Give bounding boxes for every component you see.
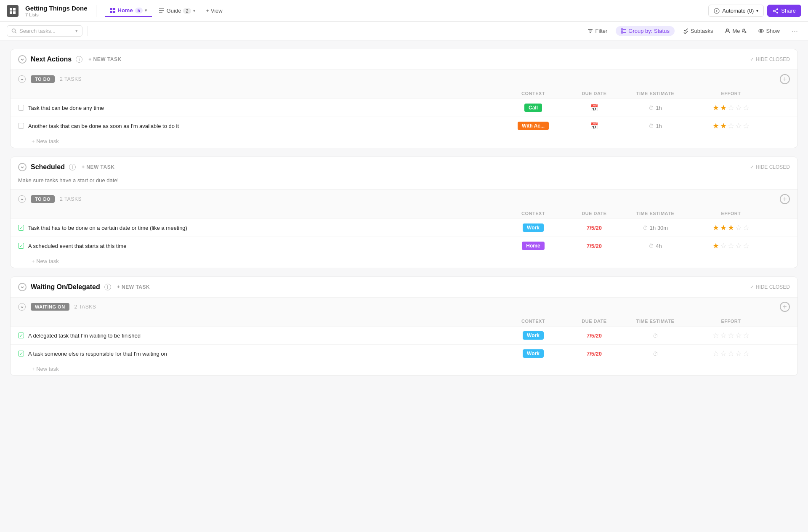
add-column-button[interactable]: + — [780, 74, 790, 84]
context-tag[interactable]: Work — [523, 349, 544, 358]
search-box[interactable]: Search tasks... ▾ — [7, 25, 82, 37]
section-new-task-button[interactable]: + NEW TASK — [88, 56, 121, 62]
section-title: Next Actions — [31, 56, 72, 63]
task-checkbox[interactable]: ✓ — [18, 225, 24, 231]
section-info-icon[interactable]: i — [76, 56, 82, 63]
new-task-row[interactable]: + New task — [11, 255, 797, 268]
task-name: Task that can be done any time — [28, 105, 104, 111]
time-estimate: ⏱ 4h — [622, 243, 689, 249]
stars: ☆☆☆☆☆ — [689, 331, 773, 340]
task-checkbox[interactable]: ✓ — [18, 332, 24, 338]
hide-closed-button[interactable]: ✓ HIDE CLOSED — [750, 56, 790, 62]
context-cell: Work — [500, 331, 567, 340]
svg-point-17 — [12, 29, 16, 32]
svg-rect-5 — [113, 8, 115, 10]
svg-rect-10 — [159, 12, 162, 13]
section-waiting: Waiting On/Delegated i + NEW TASK ✓ HIDE… — [10, 277, 798, 376]
nav-divider — [96, 5, 96, 17]
context-tag[interactable]: Work — [523, 223, 544, 232]
stars: ★★☆☆☆ — [689, 103, 773, 112]
svg-rect-0 — [10, 8, 12, 11]
context-tag[interactable]: With Ac... — [518, 122, 549, 130]
task-name: A delegated task that I'm waiting to be … — [28, 332, 141, 339]
task-checkbox[interactable]: ✓ — [18, 243, 24, 249]
group-toggle[interactable] — [18, 303, 26, 311]
task-checkbox[interactable] — [18, 105, 24, 111]
section-toggle[interactable] — [18, 163, 27, 171]
group-count: 2 TASKS — [74, 304, 96, 310]
context-cell: Work — [500, 349, 567, 358]
group-by-button[interactable]: Group by: Status — [616, 26, 675, 36]
task-row: Another task that can be done as soon as… — [11, 117, 797, 135]
context-cell: Home — [500, 242, 567, 250]
svg-rect-3 — [13, 11, 16, 14]
svg-point-14 — [776, 12, 778, 13]
task-row: Task that can be done any time Call 📅 ⏱ … — [11, 98, 797, 117]
group-toggle[interactable] — [18, 75, 26, 83]
task-name-cell: Task that can be done any time — [18, 105, 500, 111]
svg-point-13 — [773, 10, 775, 12]
section-info-icon[interactable]: i — [69, 164, 76, 170]
section-new-task-button[interactable]: + NEW TASK — [82, 164, 114, 170]
task-name-cell: Another task that can be done as soon as… — [18, 123, 500, 129]
section-description: Make sure tasks have a start or due date… — [11, 177, 797, 189]
add-column-button[interactable]: + — [780, 194, 790, 204]
group-todo-1: TO DO 2 TASKS + CONTEXT DUE DATE TIME ES… — [11, 69, 797, 148]
main-content: Next Actions i + NEW TASK ✓ HIDE CLOSED … — [0, 40, 808, 532]
more-options-button[interactable]: ··· — [788, 25, 801, 37]
subtasks-button[interactable]: Subtasks — [680, 26, 716, 36]
add-column-button[interactable]: + — [780, 302, 790, 312]
group-count: 2 TASKS — [60, 76, 82, 82]
context-tag[interactable]: Call — [524, 104, 542, 112]
time-estimate: ⏱ 1h 30m — [622, 225, 689, 231]
stars: ★★★☆☆ — [689, 223, 773, 232]
hide-closed-button[interactable]: ✓ HIDE CLOSED — [750, 284, 790, 290]
group-waiting-1: WAITING ON 2 TASKS + CONTEXT DUE DATE TI… — [11, 297, 797, 375]
tab-home[interactable]: Home 5 ▾ — [105, 5, 152, 17]
filter-button[interactable]: Filter — [584, 26, 611, 36]
task-checkbox[interactable] — [18, 123, 24, 129]
stars: ☆☆☆☆☆ — [689, 349, 773, 358]
hide-closed-button[interactable]: ✓ HIDE CLOSED — [750, 164, 790, 170]
group-toggle[interactable] — [18, 195, 26, 203]
stars: ★☆☆☆☆ — [689, 241, 773, 250]
nav-right: Automate (0) ▾ Share — [708, 5, 801, 17]
add-view-button[interactable]: + View — [202, 5, 227, 16]
app-title: Getting Things Done 7 Lists — [25, 5, 88, 17]
new-task-row[interactable]: + New task — [11, 135, 797, 148]
toolbar-right: Filter Group by: Status Subtasks Me Show… — [584, 25, 801, 37]
section-toggle[interactable] — [18, 55, 27, 64]
svg-rect-7 — [113, 11, 115, 13]
new-task-row[interactable]: + New task — [11, 362, 797, 375]
time-estimate: ⏱ 1h — [622, 105, 689, 111]
due-date: 7/5/20 — [567, 351, 622, 357]
context-cell: Work — [500, 223, 567, 232]
task-name-cell: ✓ A scheduled event that starts at this … — [18, 243, 500, 249]
section-header: Scheduled i + NEW TASK ✓ HIDE CLOSED — [11, 157, 797, 177]
group-header: TO DO 2 TASKS + — [11, 70, 797, 88]
svg-line-18 — [15, 32, 16, 33]
automate-button[interactable]: Automate (0) ▾ — [708, 5, 764, 17]
section-new-task-button[interactable]: + NEW TASK — [117, 284, 150, 290]
task-name: Another task that can be done as soon as… — [28, 123, 179, 129]
show-button[interactable]: Show — [755, 26, 783, 36]
svg-line-16 — [775, 11, 776, 12]
section-toggle[interactable] — [18, 283, 27, 291]
context-tag[interactable]: Work — [523, 331, 544, 340]
due-date: 7/5/20 — [567, 243, 622, 249]
me-button[interactable]: Me — [721, 26, 750, 36]
column-headers: CONTEXT DUE DATE TIME ESTIMATE EFFORT — [11, 208, 797, 218]
time-estimate: ⏱ 1h — [622, 123, 689, 129]
context-tag[interactable]: Home — [522, 242, 544, 250]
share-button[interactable]: Share — [767, 5, 801, 17]
svg-point-26 — [726, 29, 728, 31]
context-cell: With Ac... — [500, 122, 567, 130]
svg-line-15 — [775, 10, 776, 11]
task-checkbox[interactable]: ✓ — [18, 351, 24, 356]
section-header: Next Actions i + NEW TASK ✓ HIDE CLOSED — [11, 49, 797, 69]
tab-guide[interactable]: Guide 2 ▾ — [154, 5, 200, 16]
time-estimate: ⏱ — [622, 332, 689, 339]
group-header: TO DO 2 TASKS + — [11, 190, 797, 208]
stars: ★★☆☆☆ — [689, 121, 773, 130]
section-info-icon[interactable]: i — [104, 284, 111, 290]
